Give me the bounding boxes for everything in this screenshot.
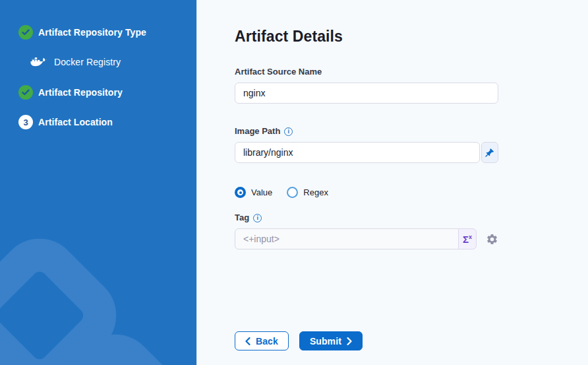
image-path-label: Image Path [235, 126, 280, 137]
radio-selected-icon [235, 187, 246, 198]
sidebar-step-label: Artifact Location [38, 117, 113, 127]
wizard-footer: Back Submit [235, 331, 588, 350]
sidebar-step-label: Artifact Repository [38, 87, 123, 98]
back-button-label: Back [256, 336, 278, 347]
page-title: Artifact Details [235, 28, 588, 46]
harness-logo-watermark [0, 193, 196, 365]
docker-whale-icon [30, 55, 47, 69]
artifact-details-panel: Artifact Details Artifact Source Name Im… [196, 0, 588, 365]
submit-button[interactable]: Submit [299, 331, 363, 350]
sidebar-step-artifact-repository[interactable]: Artifact Repository [18, 85, 196, 100]
pin-input-type-button[interactable] [481, 142, 498, 163]
wizard-sidebar: Artifact Repository Type [0, 0, 196, 365]
sigma-icon: Σ [463, 234, 469, 245]
info-icon[interactable]: i [284, 127, 293, 136]
radio-option-value[interactable]: Value [235, 187, 272, 198]
tag-label: Tag [235, 213, 249, 223]
radio-regex-label: Regex [303, 187, 328, 197]
sidebar-step-artifact-location[interactable]: 3 Artifact Location [18, 115, 196, 129]
chevron-right-icon [347, 337, 352, 345]
radio-unselected-icon [287, 187, 298, 198]
sigma-superscript: x [469, 234, 472, 240]
image-path-input[interactable] [235, 142, 480, 163]
back-button[interactable]: Back [235, 331, 289, 350]
thumbtack-icon [485, 148, 494, 157]
image-path-field: Image Path i [235, 126, 498, 163]
wizard-window: Artifact Repository Type [0, 0, 588, 365]
expression-runtime-input-button[interactable]: Σx [458, 228, 477, 249]
step-complete-check-icon [18, 25, 33, 40]
artifact-source-name-label: Artifact Source Name [235, 67, 322, 77]
sidebar-substep-label: Docker Registry [54, 57, 121, 67]
info-icon[interactable]: i [253, 214, 262, 222]
radio-value-label: Value [251, 187, 272, 197]
chevron-left-icon [245, 337, 250, 345]
radio-option-regex[interactable]: Regex [287, 187, 328, 198]
artifact-source-name-field: Artifact Source Name [235, 67, 498, 104]
tag-settings-gear-button[interactable] [486, 233, 498, 246]
submit-button-label: Submit [310, 336, 341, 347]
sidebar-step-label: Artifact Repository Type [38, 27, 146, 38]
tag-input[interactable] [235, 228, 459, 249]
tag-field: Tag i Σx [235, 213, 498, 249]
sidebar-substep-docker-registry[interactable]: Docker Registry [30, 55, 196, 69]
step-number-badge: 3 [18, 115, 33, 129]
sidebar-step-artifact-repository-type[interactable]: Artifact Repository Type [18, 25, 196, 40]
step-complete-check-icon [18, 85, 33, 100]
gear-icon [486, 233, 498, 246]
artifact-source-name-input[interactable] [235, 83, 498, 104]
tag-type-radio-group: Value Regex [235, 187, 588, 198]
